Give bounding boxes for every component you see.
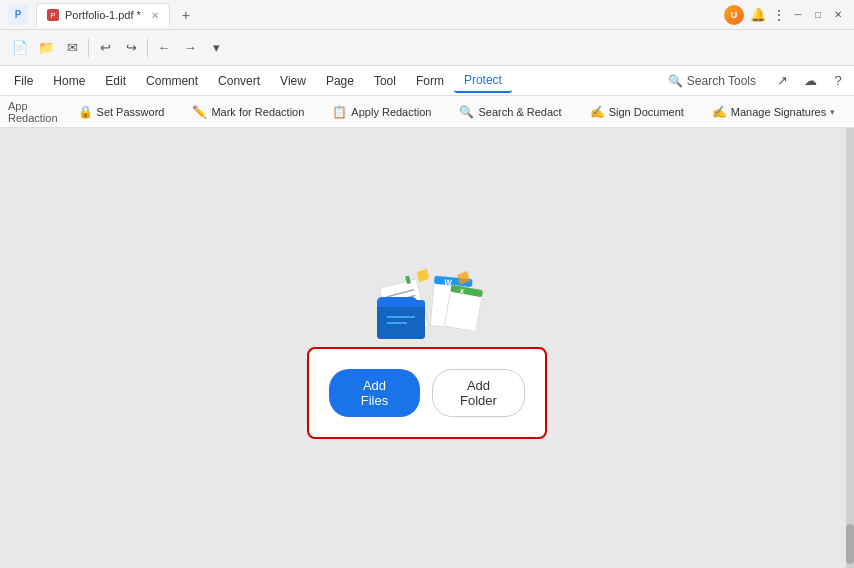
- scrollbar-thumb[interactable]: [846, 524, 854, 564]
- redo-button[interactable]: ↪: [119, 36, 143, 60]
- title-bar-controls: U 🔔 ⋮ ─ □ ✕: [724, 5, 846, 25]
- svg-marker-11: [417, 269, 429, 282]
- menu-right-area: 🔍 Search Tools ↗ ☁ ?: [658, 69, 850, 93]
- drop-zone: Add Files Add Folder: [307, 347, 547, 439]
- sig-icon: ✍️: [712, 105, 727, 119]
- menu-edit[interactable]: Edit: [95, 70, 136, 92]
- user-avatar[interactable]: U: [724, 5, 744, 25]
- add-folder-button[interactable]: Add Folder: [432, 369, 525, 417]
- sign-document-button[interactable]: ✍️ Sign Document: [582, 102, 692, 122]
- scrollbar[interactable]: [846, 128, 854, 568]
- menu-bar: File Home Edit Comment Convert View Page…: [0, 66, 854, 96]
- search-redact-icon: 🔍: [459, 105, 474, 119]
- main-content: W X Add Files Add Folder: [0, 128, 854, 568]
- share-button[interactable]: ↗: [770, 69, 794, 93]
- notification-icon[interactable]: 🔔: [748, 5, 768, 25]
- menu-tool[interactable]: Tool: [364, 70, 406, 92]
- undo-button[interactable]: ↩: [93, 36, 117, 60]
- sub-toolbar: App Redaction 🔒 Set Password ✏️ Mark for…: [0, 96, 854, 128]
- back-button[interactable]: ←: [152, 36, 176, 60]
- toolbar-separator-2: [147, 39, 148, 57]
- menu-home[interactable]: Home: [43, 70, 95, 92]
- app-logo: P: [8, 5, 28, 25]
- sig-dropdown-icon: ▾: [830, 107, 835, 117]
- cloud-button[interactable]: ☁: [798, 69, 822, 93]
- search-tools-label: Search Tools: [687, 74, 756, 88]
- dropdown-button[interactable]: ▾: [204, 36, 228, 60]
- new-tab-button[interactable]: +: [174, 3, 198, 27]
- toolbar-separator-1: [88, 39, 89, 57]
- open-button[interactable]: 📁: [34, 36, 58, 60]
- menu-protect[interactable]: Protect: [454, 69, 512, 93]
- menu-file[interactable]: File: [4, 70, 43, 92]
- search-redact-button[interactable]: 🔍 Search & Redact: [451, 102, 569, 122]
- forward-button[interactable]: →: [178, 36, 202, 60]
- content-area: W X Add Files Add Folder: [307, 257, 547, 439]
- mark-for-redaction-button[interactable]: ✏️ Mark for Redaction: [184, 102, 312, 122]
- email-button[interactable]: ✉: [60, 36, 84, 60]
- add-files-button[interactable]: Add Files: [329, 369, 420, 417]
- lock-icon: 🔒: [78, 105, 93, 119]
- menu-form[interactable]: Form: [406, 70, 454, 92]
- tab-file-icon: P: [47, 9, 59, 21]
- folder-illustration: W X: [357, 257, 497, 357]
- menu-comment[interactable]: Comment: [136, 70, 208, 92]
- action-buttons: Add Files Add Folder: [329, 369, 525, 417]
- maximize-button[interactable]: □: [810, 7, 826, 23]
- apply-redaction-button[interactable]: 📋 Apply Redaction: [324, 102, 439, 122]
- more-options-icon[interactable]: ⋮: [772, 7, 786, 23]
- close-button[interactable]: ✕: [830, 7, 846, 23]
- sub-toolbar-title: App Redaction: [8, 100, 58, 124]
- mark-icon: ✏️: [192, 105, 207, 119]
- minimize-button[interactable]: ─: [790, 7, 806, 23]
- manage-signatures-button[interactable]: ✍️ Manage Signatures ▾: [704, 102, 843, 122]
- title-bar: P P Portfolio-1.pdf * ✕ + U 🔔 ⋮ ─ □ ✕: [0, 0, 854, 30]
- tab-close-button[interactable]: ✕: [151, 10, 159, 21]
- active-tab[interactable]: P Portfolio-1.pdf * ✕: [36, 3, 170, 27]
- apply-icon: 📋: [332, 105, 347, 119]
- tab-bar: P P Portfolio-1.pdf * ✕ +: [8, 0, 724, 29]
- menu-page[interactable]: Page: [316, 70, 364, 92]
- tab-label: Portfolio-1.pdf *: [65, 9, 141, 21]
- search-tools-icon: 🔍: [668, 74, 683, 88]
- set-password-button[interactable]: 🔒 Set Password: [70, 102, 173, 122]
- menu-convert[interactable]: Convert: [208, 70, 270, 92]
- search-tools-button[interactable]: 🔍 Search Tools: [658, 71, 766, 91]
- file-icon-button[interactable]: 📄: [8, 36, 32, 60]
- sign-icon: ✍️: [590, 105, 605, 119]
- toolbar: 📄 📁 ✉ ↩ ↪ ← → ▾: [0, 30, 854, 66]
- menu-view[interactable]: View: [270, 70, 316, 92]
- help-button[interactable]: ?: [826, 69, 850, 93]
